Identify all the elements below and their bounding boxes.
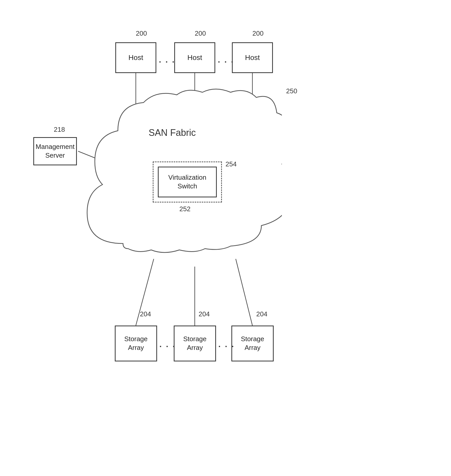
host-label-3: Host: [245, 54, 260, 62]
label-204-sa3: 204: [256, 310, 267, 318]
host-box-1: Host: [115, 42, 156, 73]
dots-sa1-sa2: . . .: [159, 340, 176, 349]
label-200-host2: 200: [195, 29, 206, 37]
storage-array-box-2: StorageArray: [174, 326, 216, 361]
diagram-container: SAN Fabric 250 Host 200 Host 200 Host 20…: [0, 0, 451, 476]
storage-array-label-3: StorageArray: [241, 335, 264, 352]
host-box-3: Host: [232, 42, 273, 73]
storage-array-label-2: StorageArray: [183, 335, 207, 352]
dots-sa2-sa3: . . .: [218, 340, 235, 349]
label-218: 218: [54, 126, 65, 134]
storage-array-box-3: StorageArray: [231, 326, 274, 361]
storage-array-label-1: StorageArray: [124, 335, 148, 352]
label-252: 252: [179, 205, 190, 213]
virtualization-switch-outer: VirtualizationSwitch: [153, 161, 222, 202]
san-fabric-label: SAN Fabric: [149, 127, 196, 138]
virtualization-switch-inner: VirtualizationSwitch: [158, 167, 217, 197]
dots-host1-host2: . . .: [159, 55, 175, 65]
label-204-sa2: 204: [199, 310, 210, 318]
management-server-box: ManagementServer: [33, 137, 77, 165]
label-200-host1: 200: [136, 29, 147, 37]
dots-host2-host3: . . .: [218, 55, 234, 65]
host-label-2: Host: [187, 54, 202, 62]
label-204-sa1: 204: [140, 310, 151, 318]
label-200-host3: 200: [252, 29, 263, 37]
management-server-label: ManagementServer: [36, 143, 75, 160]
virtualization-switch-label: VirtualizationSwitch: [168, 173, 206, 191]
label-254: 254: [225, 160, 237, 168]
host-box-2: Host: [174, 42, 215, 73]
host-label-1: Host: [128, 54, 143, 62]
storage-array-box-1: StorageArray: [115, 326, 157, 361]
label-250: 250: [286, 87, 297, 95]
